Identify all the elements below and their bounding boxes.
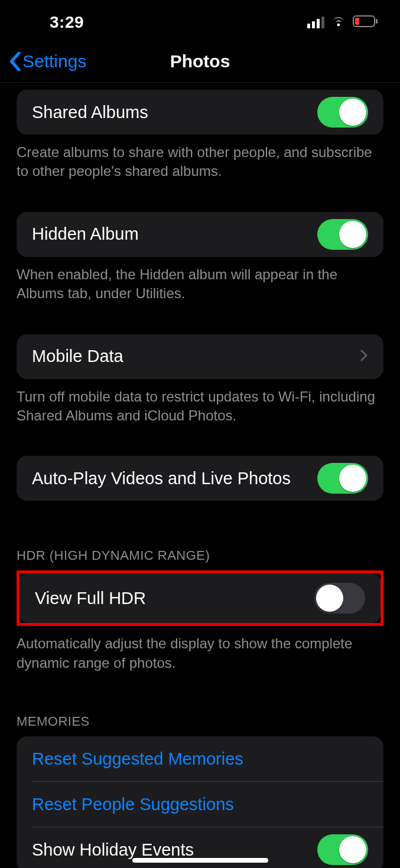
memories-section-header: MEMORIES [0,714,400,736]
svg-rect-1 [376,19,378,24]
back-button[interactable]: Settings [0,51,86,71]
hidden-album-label: Hidden Album [32,224,139,244]
reset-suggested-memories-label: Reset Suggested Memories [32,749,243,769]
view-full-hdr-toggle[interactable] [314,583,365,614]
chevron-left-icon [8,51,21,71]
reset-suggested-memories-row[interactable]: Reset Suggested Memories [17,736,383,781]
nav-header: Settings Photos [0,40,400,83]
show-holiday-events-label: Show Holiday Events [32,840,194,860]
hidden-album-toggle[interactable] [317,219,368,250]
shared-albums-label: Shared Albums [32,103,148,122]
highlight-annotation: View Full HDR [17,570,383,626]
view-full-hdr-label: View Full HDR [35,589,146,608]
mobile-data-label: Mobile Data [32,347,123,366]
autoplay-row[interactable]: Auto-Play Videos and Live Photos [17,456,383,501]
autoplay-label: Auto-Play Videos and Live Photos [32,469,291,488]
shared-albums-toggle[interactable] [317,97,368,128]
hdr-footer: Automatically adjust the display to show… [0,626,400,673]
shared-albums-footer: Create albums to share with other people… [0,135,400,181]
status-indicators [307,15,379,30]
wifi-icon [330,15,347,30]
reset-people-suggestions-label: Reset People Suggestions [32,795,234,814]
mobile-data-footer: Turn off mobile data to restrict updates… [0,379,400,426]
show-holiday-events-toggle[interactable] [317,834,368,865]
shared-albums-row[interactable]: Shared Albums [17,90,383,135]
svg-rect-2 [355,18,359,25]
hdr-section-header: HDR (HIGH DYNAMIC RANGE) [0,548,400,570]
chevron-right-icon [360,347,368,366]
back-label: Settings [22,51,86,71]
mobile-data-row[interactable]: Mobile Data [17,334,383,379]
battery-low-icon [353,15,379,30]
cellular-icon [307,17,324,28]
home-indicator[interactable] [132,858,268,863]
status-time: 3:29 [50,13,84,32]
hidden-album-footer: When enabled, the Hidden album will appe… [0,257,400,304]
reset-people-suggestions-row[interactable]: Reset People Suggestions [17,782,383,827]
view-full-hdr-row[interactable]: View Full HDR [19,573,381,623]
autoplay-toggle[interactable] [317,463,368,494]
status-bar: 3:29 [0,0,400,40]
hidden-album-row[interactable]: Hidden Album [17,212,383,257]
